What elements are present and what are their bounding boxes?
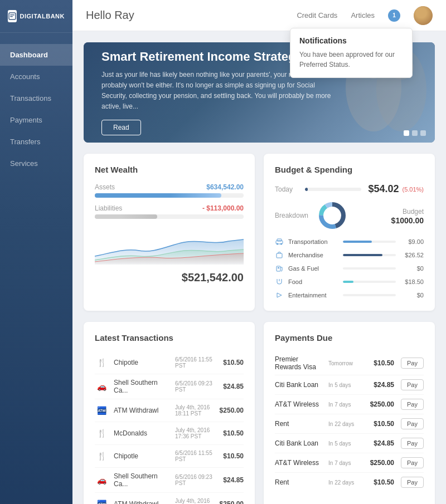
transportation-icon — [275, 237, 284, 246]
sidebar-item-accounts[interactable]: Accounts — [0, 66, 72, 87]
banner-dot-2[interactable] — [412, 130, 418, 136]
svg-rect-2 — [10, 16, 13, 17]
pay-button-3[interactable]: Pay — [401, 399, 424, 410]
merchandise-bar-fill — [343, 254, 382, 256]
tx-amount-2: $24.85 — [223, 383, 244, 390]
pay-button-7[interactable]: Pay — [401, 477, 424, 488]
table-row: Citi Bank Loan In 5 days $24.85 Pay — [275, 434, 424, 453]
banner-dot-3[interactable] — [420, 130, 426, 136]
logo[interactable]: DIGITALBANK — [0, 0, 72, 33]
transactions-card: Latest Transactions 🍴 Chipotle 6/5/2016 … — [84, 322, 255, 504]
entertainment-label: Entertainment — [288, 292, 338, 299]
budget-item-merchandise: Merchandise $26.52 — [275, 251, 424, 260]
header-nav-credit-cards[interactable]: Credit Cards — [297, 11, 337, 19]
tx-date-2: 6/5/2016 09:23 PST — [175, 380, 217, 393]
header-nav-articles[interactable]: Articles — [351, 11, 375, 19]
notification-popup-text: You have been approved for our Preferred… — [299, 50, 403, 70]
pay-name-6: AT&T Wireless — [275, 459, 325, 467]
entertainment-icon — [275, 291, 284, 300]
transport-bar-bg — [343, 241, 396, 243]
pay-amount-5: $24.85 — [365, 439, 394, 447]
banner-dots — [404, 130, 426, 136]
banner-dot-1[interactable] — [404, 130, 409, 136]
sidebar-nav: Dashboard Accounts Transactions Payments… — [0, 44, 72, 174]
pay-due-5: In 5 days — [328, 441, 362, 447]
payments-title: Payments Due — [275, 333, 424, 342]
notification-badge: 1 — [388, 9, 400, 22]
table-row: 🏧 ATM Withdrawl July 4th, 2016 18:11 PST… — [95, 493, 244, 504]
pay-button-5[interactable]: Pay — [401, 438, 424, 449]
table-row: Citi Bank Loan In 5 days $24.85 Pay — [275, 375, 424, 395]
banner-read-button[interactable]: Read — [101, 120, 141, 135]
food-label: Food — [288, 278, 338, 285]
tx-date-3: July 4th, 2016 18:11 PST — [175, 404, 214, 417]
tx-name-6: Shell Southern Ca... — [114, 472, 169, 488]
avatar-image — [414, 6, 433, 25]
gas-icon — [275, 264, 284, 273]
budget-breakdown-row: Breakdown Budget — [275, 200, 424, 231]
budget-item-transportation: Transportation $9.00 — [275, 237, 424, 246]
tx-date-5: 6/5/2016 11:55 PST — [175, 450, 217, 462]
logo-text: DIGITALBANK — [20, 13, 65, 19]
pay-amount-6: $250.00 — [365, 459, 394, 467]
budget-today-row: Today $54.02 (5.01%) — [275, 183, 424, 195]
liabilities-label: Liabilities — [95, 204, 122, 212]
food-icon — [275, 277, 284, 286]
sidebar-item-dashboard[interactable]: Dashboard — [0, 44, 72, 66]
table-row: 🍴 Chipotle 6/5/2016 11:55 PST $10.50 — [95, 445, 244, 468]
tx-name-5: Chipotle — [114, 452, 169, 460]
bottom-row: Latest Transactions 🍴 Chipotle 6/5/2016 … — [84, 322, 435, 504]
tx-name-3: ATM Withdrawl — [114, 407, 169, 414]
table-row: 🏧 ATM Withdrawl July 4th, 2016 18:11 PST… — [95, 399, 244, 422]
pay-amount-3: $250.00 — [365, 400, 394, 408]
atm2-tx-icon: 🏧 — [95, 497, 108, 504]
food-tx-icon: 🍴 — [95, 356, 108, 369]
net-wealth-chart — [95, 226, 244, 265]
pay-button-1[interactable]: Pay — [401, 358, 424, 369]
pay-name-5: Citi Bank Loan — [275, 439, 325, 447]
assets-bar-fill — [95, 193, 221, 198]
svg-rect-17 — [277, 266, 280, 271]
pay-button-4[interactable]: Pay — [401, 418, 424, 429]
logo-icon — [8, 10, 17, 22]
gas-label: Gas & Fuel — [288, 265, 338, 272]
pay-button-2[interactable]: Pay — [401, 379, 424, 390]
cards-row: Net Wealth Assets $634,542.00 Liabilitie… — [84, 154, 435, 311]
payments-card: Payments Due Premier Rewards Visa Tomorr… — [264, 322, 435, 504]
pay-due-2: In 5 days — [328, 382, 362, 388]
pay-button-6[interactable]: Pay — [401, 457, 424, 468]
net-wealth-total: $521,542.00 — [95, 271, 244, 284]
header-right: Credit Cards Articles 1 — [297, 6, 433, 25]
tx-name-2: Shell Southern Ca... — [114, 379, 169, 394]
table-row: 🚗 Shell Southern Ca... 6/5/2016 09:23 PS… — [95, 468, 244, 493]
atm-tx-icon: 🏧 — [95, 404, 108, 417]
sidebar-item-payments[interactable]: Payments — [0, 109, 72, 131]
tx-amount-7: $250.00 — [220, 500, 244, 504]
today-amount: $54.02 — [368, 183, 399, 195]
tx-date-7: July 4th, 2016 18:11 PST — [175, 498, 214, 504]
assets-bar-bg — [95, 193, 244, 198]
food-bar-fill — [343, 281, 353, 283]
avatar[interactable] — [414, 6, 433, 25]
transport-label: Transportation — [288, 238, 338, 245]
chart-svg — [95, 226, 244, 265]
sidebar-item-transactions[interactable]: Transactions — [0, 87, 72, 109]
budget-label: Budget — [403, 208, 424, 216]
table-row: AT&T Wireless In 7 days $250.00 Pay — [275, 395, 424, 414]
notification-popup: Notifications You have been approved for… — [290, 28, 413, 78]
today-bar-bg — [305, 188, 361, 191]
donut-chart — [317, 200, 347, 231]
food2-tx-icon: 🍴 — [95, 427, 108, 440]
merchandise-icon — [275, 251, 284, 260]
sidebar: DIGITALBANK Dashboard Accounts Transacti… — [0, 0, 72, 504]
pay-name-3: AT&T Wireless — [275, 400, 325, 408]
svg-rect-1 — [10, 14, 14, 16]
tx-name-7: ATM Withdrawl — [114, 500, 169, 504]
main-area: Hello Ray Credit Cards Articles 1 Notifi… — [72, 0, 446, 504]
pay-name-2: Citi Bank Loan — [275, 381, 325, 389]
notification-button[interactable]: 1 — [388, 9, 400, 22]
sidebar-item-transfers[interactable]: Transfers — [0, 131, 72, 153]
sidebar-item-services[interactable]: Services — [0, 153, 72, 174]
car-tx-icon: 🚗 — [95, 380, 108, 393]
table-row: Premier Rewards Visa Tomorrow $10.50 Pay — [275, 351, 424, 375]
